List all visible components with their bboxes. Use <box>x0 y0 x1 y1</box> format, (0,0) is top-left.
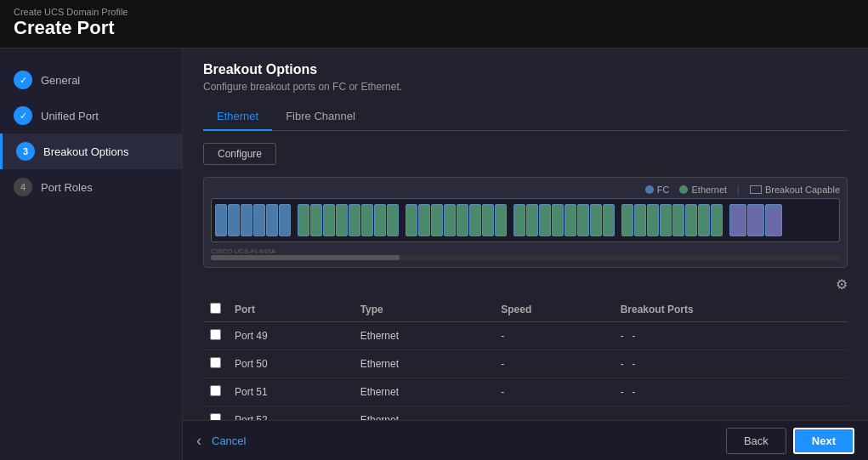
port-block <box>603 204 615 236</box>
sidebar: ✓ General ✓ Unified Port 3 Breakout Opti… <box>0 48 183 460</box>
legend-fc-dot <box>645 185 654 194</box>
port-block <box>336 204 348 236</box>
cell-speed: - <box>494 322 613 350</box>
cell-speed: - <box>494 378 613 406</box>
row-checkbox-2[interactable] <box>210 385 221 396</box>
row-checkbox-cell <box>203 350 228 378</box>
table-toolbar: ⚙ <box>203 276 848 292</box>
port-block <box>634 204 646 236</box>
port-block <box>241 204 252 236</box>
ports-table: Port Type Speed Breakout Ports Port 49 E… <box>203 298 848 420</box>
subtitle: Create UCS Domain Profile <box>14 7 854 17</box>
table-row: Port 51 Ethernet - - - <box>203 378 848 406</box>
port-block-special <box>765 204 782 236</box>
legend-ethernet: Ethernet <box>679 185 727 195</box>
row-checkbox-0[interactable] <box>210 329 221 340</box>
top-bar: Create UCS Domain Profile Create Port <box>0 0 868 48</box>
fc-port-group <box>215 204 291 236</box>
diagram-scrollbar[interactable] <box>211 255 840 260</box>
legend-fc: FC <box>645 185 670 195</box>
table-row: Port 50 Ethernet - - - <box>203 350 848 378</box>
port-block-special <box>729 204 746 236</box>
port-block <box>298 204 309 236</box>
port-block <box>577 204 589 236</box>
step-icon-port-roles: 4 <box>14 178 32 196</box>
port-block <box>457 204 468 236</box>
footer-bar: ‹ Cancel Back Next <box>183 420 868 460</box>
port-block <box>361 204 373 236</box>
port-block <box>406 204 417 236</box>
sidebar-item-unified-port[interactable]: ✓ Unified Port <box>0 98 182 133</box>
cell-port: Port 52 <box>228 406 354 421</box>
port-group-far-right <box>621 204 723 236</box>
legend-breakout-label: Breakout Capable <box>765 185 840 195</box>
special-port-group <box>729 204 782 236</box>
content-main: Breakout Options Configure breakout port… <box>183 48 868 420</box>
port-block <box>647 204 659 236</box>
row-checkbox-1[interactable] <box>210 357 221 368</box>
port-block <box>672 204 684 236</box>
port-block <box>621 204 633 236</box>
row-checkbox-3[interactable] <box>210 413 221 420</box>
diagram-area: FC Ethernet | Breakout Capable <box>203 177 848 268</box>
table-row: Port 52 Ethernet - - - <box>203 406 848 421</box>
diagram-legend: FC Ethernet | Breakout Capable <box>211 185 840 195</box>
port-block <box>698 204 710 236</box>
section-title: Breakout Options <box>203 62 848 77</box>
sidebar-label-general: General <box>41 74 80 87</box>
port-block <box>374 204 386 236</box>
port-block <box>482 204 494 236</box>
sidebar-label-breakout: Breakout Options <box>43 145 128 158</box>
port-block <box>349 204 360 236</box>
port-block <box>711 204 723 236</box>
select-all-checkbox[interactable] <box>210 303 221 314</box>
cancel-button[interactable]: Cancel <box>212 434 246 447</box>
cell-breakout-ports: - - <box>614 350 848 378</box>
settings-icon[interactable]: ⚙ <box>836 276 848 292</box>
row-checkbox-cell <box>203 406 228 421</box>
col-port: Port <box>228 298 354 322</box>
sidebar-item-general[interactable]: ✓ General <box>0 62 182 98</box>
col-speed: Speed <box>494 298 613 322</box>
port-group-mid <box>406 204 507 236</box>
diagram-panel <box>211 198 840 242</box>
step-icon-breakout: 3 <box>16 142 35 161</box>
legend-breakout-box <box>750 185 762 194</box>
diagram-label: CISCO UCS-FI-64SA <box>211 247 840 255</box>
cell-port: Port 51 <box>228 378 354 406</box>
tab-fibre-channel[interactable]: Fibre Channel <box>272 105 369 131</box>
port-block <box>539 204 551 236</box>
back-arrow-icon[interactable]: ‹ <box>196 432 201 450</box>
cell-type: Ethernet <box>354 350 495 378</box>
port-block <box>323 204 335 236</box>
step-icon-general: ✓ <box>14 71 32 89</box>
page-title: Create Port <box>14 17 854 39</box>
port-block <box>685 204 697 236</box>
cell-type: Ethernet <box>354 322 495 350</box>
legend-ethernet-dot <box>679 185 688 194</box>
row-checkbox-cell <box>203 378 228 406</box>
configure-button[interactable]: Configure <box>203 143 276 165</box>
port-block <box>552 204 564 236</box>
port-block <box>228 204 240 236</box>
footer-left: ‹ Cancel <box>196 432 246 450</box>
cell-type: Ethernet <box>354 406 495 421</box>
step-icon-unified-port: ✓ <box>14 106 32 125</box>
cell-type: Ethernet <box>354 378 495 406</box>
sidebar-label-unified-port: Unified Port <box>41 110 99 122</box>
next-button[interactable]: Next <box>793 428 854 454</box>
col-checkbox <box>203 298 228 322</box>
row-checkbox-cell <box>203 322 228 350</box>
port-block <box>495 204 507 236</box>
port-block <box>310 204 322 236</box>
port-block <box>253 204 265 236</box>
port-block <box>418 204 430 236</box>
cell-breakout-ports: - - <box>614 406 848 421</box>
port-group-right <box>513 204 615 236</box>
cell-breakout-ports: - - <box>614 378 848 406</box>
sidebar-item-port-roles[interactable]: 4 Port Roles <box>0 169 182 205</box>
sidebar-item-breakout-options[interactable]: 3 Breakout Options <box>0 133 182 169</box>
back-button[interactable]: Back <box>726 428 786 454</box>
section-desc: Configure breakout ports on FC or Ethern… <box>203 81 848 93</box>
tab-ethernet[interactable]: Ethernet <box>203 105 272 131</box>
